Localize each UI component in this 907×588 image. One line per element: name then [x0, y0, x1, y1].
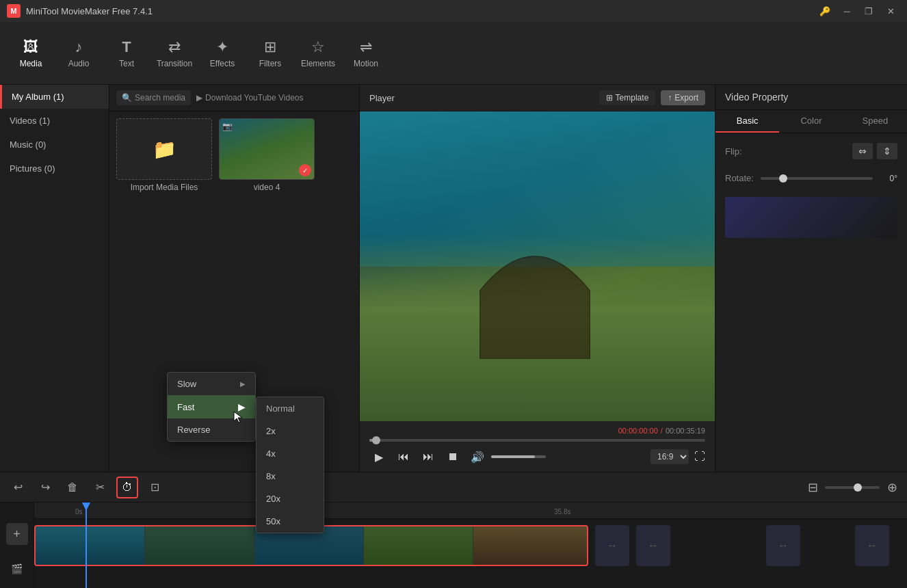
- volume-icon[interactable]: 🔊: [468, 447, 487, 466]
- zoom-in-btn[interactable]: ⊕: [884, 479, 900, 496]
- transition-4[interactable]: ↔: [855, 525, 889, 566]
- rotate-value: 0°: [878, 174, 897, 183]
- arch-decoration: [466, 236, 603, 359]
- progress-handle[interactable]: [372, 436, 380, 444]
- prev-frame-btn[interactable]: ⏮: [394, 447, 413, 466]
- fullscreen-btn[interactable]: ⛶: [694, 451, 705, 463]
- export-btn[interactable]: ↑ Export: [661, 90, 705, 105]
- delete-btn[interactable]: 🗑: [62, 477, 83, 498]
- next-frame-btn[interactable]: ⏭: [419, 447, 438, 466]
- main-toolbar: 🖼 Media ♪ Audio T Text ⇄ Transition ✦ Ef…: [0, 22, 907, 85]
- import-thumb: 📁: [116, 118, 212, 180]
- submenu-20x[interactable]: 20x: [257, 487, 324, 510]
- rotate-slider[interactable]: [761, 177, 873, 180]
- transition-label: Transition: [157, 59, 192, 68]
- zoom-controls: ⊟ ⊕: [804, 479, 900, 496]
- minimize-btn[interactable]: ─: [837, 3, 856, 19]
- download-youtube-btn[interactable]: ▶ Download YouTube Videos: [196, 93, 303, 103]
- transition-3[interactable]: ↔: [766, 525, 800, 566]
- submenu-8x[interactable]: 8x: [257, 465, 324, 487]
- submenu-normal[interactable]: Normal: [257, 397, 324, 420]
- sidebar: My Album (1) Videos (1) Music (0) Pictur…: [0, 85, 109, 472]
- zoom-out-btn[interactable]: ⊟: [804, 479, 821, 496]
- clip-seg-4: [364, 526, 473, 565]
- export-icon: ↑: [668, 93, 672, 103]
- volume-fill: [491, 455, 535, 458]
- search-placeholder: Search media: [135, 93, 185, 103]
- flip-vertical-btn[interactable]: ⇕: [877, 143, 897, 159]
- rotate-handle[interactable]: [779, 174, 787, 183]
- rotate-label: Rotate:: [725, 173, 754, 183]
- time-zero: 0s: [75, 508, 83, 516]
- ctx-reverse[interactable]: Reverse: [168, 418, 255, 441]
- import-media-item[interactable]: 📁 Import Media Files: [116, 118, 212, 192]
- flip-row: Flip: ⇔ ⇕: [725, 143, 897, 159]
- ctx-slow[interactable]: Slow ▶: [168, 373, 255, 395]
- export-label: Export: [674, 93, 698, 103]
- motion-label: Motion: [354, 59, 378, 68]
- timeline-content: + 🎬 ♫ 0s 35.8s: [0, 503, 907, 588]
- submenu-50x[interactable]: 50x: [257, 510, 324, 533]
- ruler-spacer: [0, 503, 34, 519]
- properties-panel: Video Property Basic Color Speed Flip: ⇔…: [715, 85, 907, 472]
- total-time: 00:00:35:19: [666, 427, 705, 435]
- undo-btn[interactable]: ↩: [7, 477, 29, 498]
- player-header: Player ⊞ Template ↑ Export: [360, 85, 715, 111]
- transition-1[interactable]: ↔: [595, 525, 629, 566]
- reverse-label: Reverse: [177, 425, 210, 435]
- submenu-2x[interactable]: 2x: [257, 420, 324, 442]
- filters-label: Filters: [259, 59, 282, 68]
- toolbar-filters[interactable]: ⊞ Filters: [246, 29, 294, 77]
- tab-color[interactable]: Color: [779, 110, 843, 133]
- toolbar-media[interactable]: 🖼 Media: [7, 29, 55, 77]
- timeline-main: 0s 35.8s: [34, 503, 907, 588]
- close-btn[interactable]: ✕: [881, 3, 900, 19]
- rotate-row: Rotate: 0°: [725, 173, 897, 183]
- volume-slider[interactable]: [491, 455, 546, 458]
- aspect-ratio-select[interactable]: 16:9 9:16 1:1 4:3: [650, 449, 689, 464]
- play-btn[interactable]: ▶: [369, 447, 389, 466]
- submenu-4x[interactable]: 4x: [257, 442, 324, 465]
- template-icon: ⊞: [606, 93, 613, 103]
- search-box[interactable]: 🔍 Search media: [116, 90, 191, 105]
- flip-label: Flip:: [725, 146, 742, 157]
- fast-arrow: ▶: [238, 401, 246, 412]
- video4-item[interactable]: 📷 ✓ video 4: [219, 118, 315, 192]
- slow-label: Slow: [177, 379, 196, 389]
- toolbar-audio[interactable]: ♪ Audio: [55, 29, 103, 77]
- add-track-btn[interactable]: +: [6, 523, 28, 545]
- sidebar-item-videos[interactable]: Videos (1): [0, 109, 109, 133]
- flip-controls: ⇔ ⇕: [852, 143, 897, 159]
- crop-btn[interactable]: ⊡: [144, 477, 166, 498]
- toolbar-elements[interactable]: ☆ Elements: [294, 29, 342, 77]
- toolbar-text[interactable]: T Text: [103, 29, 150, 77]
- toolbar-transition[interactable]: ⇄ Transition: [150, 29, 198, 77]
- redo-btn[interactable]: ↪: [34, 477, 56, 498]
- toolbar-motion[interactable]: ⇌ Motion: [342, 29, 390, 77]
- ctx-fast[interactable]: Fast ▶: [168, 395, 255, 418]
- video-canvas: [360, 111, 715, 421]
- effects-label: Effects: [210, 59, 235, 68]
- timeline-area: ↩ ↪ 🗑 ✂ ⏱ ⊡ ⊟ ⊕ + 🎬 ♫ 0s 35.8s: [0, 472, 907, 588]
- elements-label: Elements: [301, 59, 335, 68]
- toolbar-effects[interactable]: ✦ Effects: [198, 29, 246, 77]
- motion-icon: ⇌: [360, 38, 372, 56]
- restore-btn[interactable]: ❐: [859, 3, 878, 19]
- sidebar-item-pictures[interactable]: Pictures (0): [0, 157, 109, 181]
- split-btn[interactable]: ✂: [89, 477, 111, 498]
- zoom-slider[interactable]: [825, 486, 880, 489]
- tab-speed[interactable]: Speed: [843, 110, 907, 133]
- audio-label: Audio: [68, 59, 90, 68]
- player-title: Player: [369, 93, 395, 103]
- key-btn[interactable]: 🔑: [815, 3, 834, 19]
- template-btn[interactable]: ⊞ Template: [599, 90, 656, 105]
- sidebar-item-my-album[interactable]: My Album (1): [0, 85, 109, 109]
- flip-horizontal-btn[interactable]: ⇔: [852, 143, 873, 159]
- transition-2[interactable]: ↔: [636, 525, 670, 566]
- zoom-handle[interactable]: [854, 483, 862, 492]
- stop-btn[interactable]: ⏹: [443, 447, 462, 466]
- progress-bar[interactable]: [369, 439, 705, 442]
- tab-basic[interactable]: Basic: [715, 110, 779, 133]
- speed-btn[interactable]: ⏱: [116, 477, 138, 498]
- sidebar-item-music[interactable]: Music (0): [0, 133, 109, 157]
